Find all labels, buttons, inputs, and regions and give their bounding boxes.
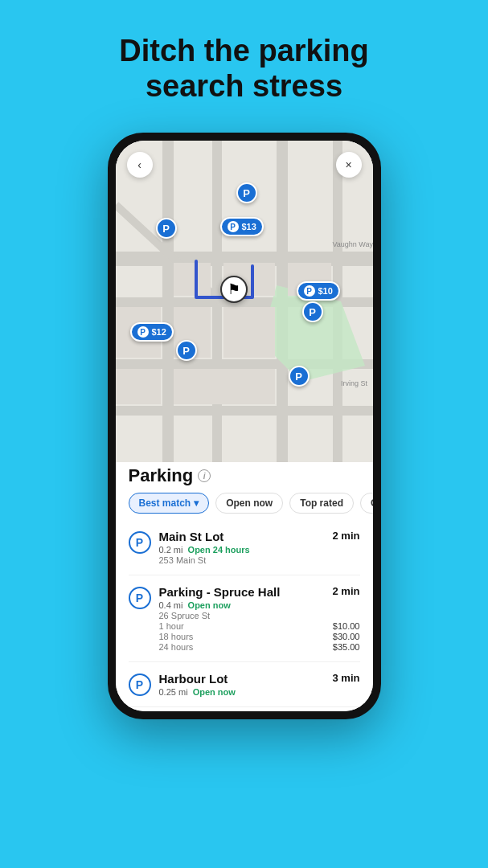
parking-lot-name: Harbour Lot — [159, 672, 228, 686]
parking-lot-info: Main St Lot 2 min 0.2 mi Open 24 hours 2… — [159, 530, 360, 565]
parking-name-row: Harbour Lot 3 min — [159, 672, 360, 686]
parking-lot-distance: 0.25 mi Open now — [159, 687, 360, 697]
filter-tabs: Best match ▾ Open now Top rated Onsite — [116, 493, 373, 520]
parking-lot-info: Parking - Spruce Hall 2 min 0.4 mi Open … — [159, 585, 360, 652]
parking-name-row: Main St Lot 2 min — [159, 530, 360, 543]
sheet-title: Parking — [129, 465, 194, 486]
back-button[interactable]: ‹ — [127, 152, 153, 178]
svg-rect-5 — [162, 141, 174, 462]
parking-lot-name: Parking - Spruce Hall — [159, 585, 281, 599]
open-status: Open now — [193, 687, 236, 697]
open-status: Open now — [188, 600, 231, 610]
map-area: Vaughn Way Irving St ‹ × P $13 P $10 P $… — [116, 141, 373, 462]
filter-onsite[interactable]: Onsite — [360, 493, 373, 514]
parking-name-row: Parking - Spruce Hall 2 min — [159, 585, 360, 599]
svg-rect-19 — [116, 369, 161, 404]
parking-lot-time: 2 min — [333, 585, 360, 597]
sheet-header: Parking i — [116, 462, 373, 493]
parking-lot-distance: 0.4 mi Open now — [159, 600, 360, 610]
parking-pin-priced[interactable]: P $13 — [220, 217, 264, 236]
parking-pin-5[interactable]: P — [289, 366, 310, 387]
parking-pin-10[interactable]: P $10 — [297, 281, 340, 301]
bottom-sheet: Parking i Best match ▾ Open now Top rate… — [116, 462, 373, 711]
close-button[interactable]: × — [336, 152, 362, 178]
page-headline: Ditch the parking search stress — [92, 34, 397, 104]
open-status: Open 24 hours — [188, 545, 250, 555]
filter-top-rated[interactable]: Top rated — [289, 493, 354, 514]
parking-lot-icon: P — [129, 531, 151, 554]
parking-pin-2[interactable]: P — [156, 218, 177, 239]
parking-pin-1[interactable]: P — [236, 182, 257, 203]
parking-item[interactable]: P Parking - Spruce Hall 2 min 0.4 mi Ope… — [129, 575, 360, 662]
phone-screen: Vaughn Way Irving St ‹ × P $13 P $10 P $… — [116, 141, 373, 711]
parking-item[interactable]: P Harbour Lot 3 min 0.25 mi Open now — [129, 662, 360, 707]
parking-list: P Main St Lot 2 min 0.2 mi Open 24 hours… — [116, 520, 373, 711]
parking-lot-address: 253 Main St — [159, 555, 360, 565]
parking-lot-name: Main St Lot — [159, 530, 224, 543]
pricing-row: 18 hours $30.00 — [159, 632, 360, 641]
svg-rect-16 — [223, 307, 275, 358]
filter-open-now[interactable]: Open now — [215, 493, 283, 514]
destination-pin: ⚑ — [220, 276, 248, 303]
parking-pin-4[interactable]: P — [176, 340, 197, 361]
parking-pin-3[interactable]: P — [302, 301, 323, 322]
svg-text:Vaughn Way: Vaughn Way — [332, 240, 373, 248]
svg-rect-12 — [174, 263, 211, 296]
filter-best-match[interactable]: Best match ▾ — [129, 493, 210, 514]
parking-lot-distance: 0.2 mi Open 24 hours — [159, 545, 360, 555]
svg-rect-18 — [174, 369, 275, 404]
parking-item[interactable]: P Main St Lot 2 min 0.2 mi Open 24 hours… — [129, 520, 360, 575]
pricing-row: 1 hour $10.00 — [159, 621, 360, 631]
parking-lot-info: Harbour Lot 3 min 0.25 mi Open now — [159, 672, 360, 697]
parking-lot-icon: P — [129, 674, 151, 696]
info-icon[interactable]: i — [198, 469, 211, 482]
svg-text:Irving St: Irving St — [341, 379, 368, 387]
parking-lot-time: 3 min — [333, 672, 360, 684]
pricing-row: 24 hours $35.00 — [159, 642, 360, 652]
parking-lot-icon: P — [129, 587, 151, 609]
parking-lot-time: 2 min — [333, 530, 360, 542]
parking-pin-12[interactable]: P $12 — [130, 322, 174, 342]
parking-lot-address: 26 Spruce St — [159, 611, 360, 620]
phone-frame: Vaughn Way Irving St ‹ × P $13 P $10 P $… — [108, 133, 381, 719]
